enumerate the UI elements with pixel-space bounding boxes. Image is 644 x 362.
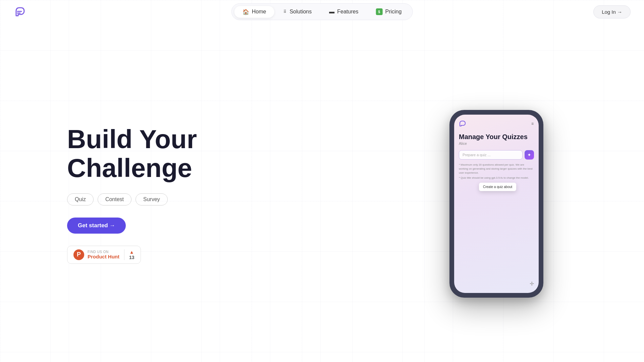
- nav-label-home: Home: [252, 9, 266, 15]
- nav-pill: 🏠 Home ⠿ Solutions ▬ Features $ Pricing: [231, 3, 413, 20]
- product-hunt-text: FIND US ON Product Hunt: [88, 250, 119, 259]
- phone-screen-area: ≡ Manage Your Quizzes Alice Prepare a qu…: [454, 115, 539, 293]
- nav-item-pricing[interactable]: $ Pricing: [368, 6, 410, 18]
- home-icon: 🏠: [243, 9, 249, 15]
- features-icon: ▬: [329, 9, 334, 15]
- tag-survey[interactable]: Survey: [136, 193, 168, 205]
- phone-ai-icon: ✦: [527, 152, 531, 158]
- phone-app-logo: [459, 120, 466, 127]
- get-started-button[interactable]: Get started →: [67, 218, 126, 234]
- nav-item-home[interactable]: 🏠 Home: [234, 6, 274, 18]
- phone-user-name: Alice: [459, 141, 534, 145]
- hero-title: Build Your Challenge: [67, 125, 197, 183]
- logo-area[interactable]: [13, 5, 27, 18]
- phone-crosshair-icon: ✛: [530, 281, 534, 287]
- hero-title-line2: Challenge: [67, 153, 192, 183]
- product-hunt-find-us: FIND US ON: [88, 250, 119, 254]
- tag-quiz[interactable]: Quiz: [67, 193, 94, 205]
- phone-ai-button[interactable]: ✦: [525, 150, 534, 160]
- product-hunt-count-area: ▲ 13: [124, 249, 135, 260]
- phone-menu-icon[interactable]: ≡: [531, 121, 534, 126]
- pricing-icon: $: [376, 8, 382, 15]
- phone-input-row: Prepare a quiz ... ✦: [459, 150, 534, 160]
- nav-label-solutions: Solutions: [289, 9, 312, 15]
- phone-app-header: ≡: [459, 120, 534, 127]
- tag-contest[interactable]: Contest: [98, 193, 131, 205]
- logo-icon: [13, 5, 27, 18]
- phone-info-line-1: * Maximum only 20 questions allowed per …: [459, 163, 534, 175]
- product-hunt-count: 13: [129, 255, 135, 260]
- header: 🏠 Home ⠿ Solutions ▬ Features $ Pricing …: [0, 0, 644, 23]
- nav-item-solutions[interactable]: ⠿ Solutions: [275, 6, 320, 17]
- phone-title: Manage Your Quizzes: [459, 133, 534, 141]
- phone-info-text: * Maximum only 20 questions allowed per …: [459, 163, 534, 180]
- product-hunt-name: Product Hunt: [88, 254, 119, 259]
- nav-label-features: Features: [337, 9, 358, 15]
- phone-quiz-input[interactable]: Prepare a quiz ...: [459, 150, 523, 160]
- tags-row: Quiz Contest Survey: [67, 193, 197, 205]
- main-content: Build Your Challenge Quiz Contest Survey…: [0, 27, 644, 362]
- login-button[interactable]: Log In →: [593, 5, 631, 18]
- product-hunt-logo: P: [73, 249, 84, 260]
- phone-screen: ≡ Manage Your Quizzes Alice Prepare a qu…: [454, 115, 539, 293]
- phone-mockup-container: ≡ Manage Your Quizzes Alice Prepare a qu…: [449, 110, 543, 298]
- product-hunt-arrow-icon: ▲: [129, 249, 134, 255]
- hero-title-line1: Build Your: [67, 124, 197, 154]
- nav-item-features[interactable]: ▬ Features: [321, 6, 366, 17]
- phone-outer: ≡ Manage Your Quizzes Alice Prepare a qu…: [449, 110, 543, 298]
- solutions-icon: ⠿: [283, 9, 287, 14]
- phone-input-placeholder: Prepare a quiz ...: [463, 153, 491, 157]
- nav-label-pricing: Pricing: [385, 9, 401, 15]
- phone-info-line-2: * Quiz title should be using gpt-3.5-fu …: [459, 176, 534, 180]
- hero-section: Build Your Challenge Quiz Contest Survey…: [67, 125, 197, 264]
- phone-tooltip: Create a quiz about: [479, 183, 516, 191]
- product-hunt-badge[interactable]: P FIND US ON Product Hunt ▲ 13: [67, 246, 141, 264]
